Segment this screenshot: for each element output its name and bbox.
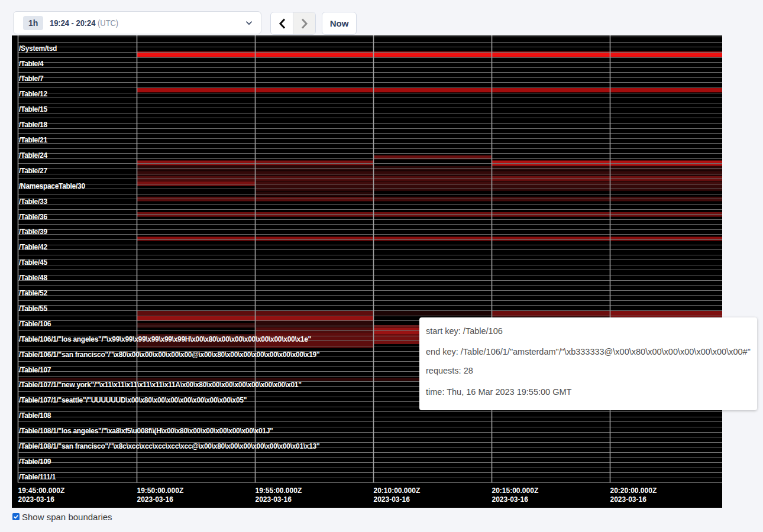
svg-text:/Table/52: /Table/52 (19, 289, 47, 297)
svg-text:/Table/12: /Table/12 (19, 90, 47, 98)
svg-text:20:20:00.000Z: 20:20:00.000Z (610, 486, 657, 495)
svg-text:/Table/107/1/"new york"/"\x11\: /Table/107/1/"new york"/"\x11\x11\x11\x1… (19, 381, 302, 389)
svg-text:2023-03-16: 2023-03-16 (374, 495, 410, 504)
svg-text:/Table/15: /Table/15 (19, 105, 47, 113)
svg-text:2023-03-16: 2023-03-16 (256, 495, 292, 504)
svg-text:/NamespaceTable/30: /NamespaceTable/30 (19, 182, 85, 190)
svg-text:19:55:00.000Z: 19:55:00.000Z (256, 486, 302, 495)
svg-text:19:50:00.000Z: 19:50:00.000Z (137, 486, 184, 495)
svg-text:/Table/106/1/"los angeles"/"\x: /Table/106/1/"los angeles"/"\x99\x99\x99… (19, 335, 311, 343)
svg-text:/Table/45: /Table/45 (19, 258, 47, 267)
svg-text:20:15:00.000Z: 20:15:00.000Z (492, 486, 539, 495)
svg-text:/Table/24: /Table/24 (19, 151, 47, 160)
svg-text:/Table/42: /Table/42 (19, 243, 47, 251)
svg-text:2023-03-16: 2023-03-16 (137, 495, 174, 504)
svg-text:/Table/106: /Table/106 (19, 320, 51, 328)
svg-text:/Table/108/1/"los angeles"/"\x: /Table/108/1/"los angeles"/"\xa8\xf5\u00… (19, 427, 273, 435)
svg-text:20:10:00.000Z: 20:10:00.000Z (374, 486, 421, 495)
svg-text:/Table/108: /Table/108 (19, 411, 51, 420)
svg-text:/Table/107/1/"seattle"/"UUUUUU: /Table/107/1/"seattle"/"UUUUUUD\x00\x80\… (19, 396, 247, 404)
svg-text:/Table/18: /Table/18 (19, 121, 47, 129)
svg-text:/Table/111/1: /Table/111/1 (19, 473, 56, 481)
svg-text:/Table/7: /Table/7 (19, 74, 44, 83)
svg-text:/Table/39: /Table/39 (19, 228, 47, 236)
svg-text:/Table/4: /Table/4 (19, 60, 44, 68)
svg-text:/Table/21: /Table/21 (19, 136, 47, 144)
svg-text:/Table/36: /Table/36 (19, 213, 47, 221)
svg-text:/Table/108/1/"san francisco"/": /Table/108/1/"san francisco"/"\x8c\xcc\x… (19, 442, 319, 450)
svg-text:/Table/109: /Table/109 (19, 458, 51, 466)
svg-text:2023-03-16: 2023-03-16 (610, 495, 647, 504)
svg-text:/System/tsd: /System/tsd (19, 44, 57, 53)
svg-text:2023-03-16: 2023-03-16 (18, 495, 55, 504)
svg-text:/Table/107: /Table/107 (19, 366, 51, 374)
svg-text:/Table/27: /Table/27 (19, 167, 47, 175)
svg-text:19:45:00.000Z: 19:45:00.000Z (18, 486, 65, 495)
svg-text:/Table/33: /Table/33 (19, 197, 47, 206)
svg-text:/Table/55: /Table/55 (19, 304, 47, 313)
svg-text:2023-03-16: 2023-03-16 (492, 495, 529, 504)
svg-text:/Table/48: /Table/48 (19, 274, 47, 282)
svg-text:/Table/106/1/"san francisco"/": /Table/106/1/"san francisco"/"\x80\x00\x… (19, 351, 319, 359)
